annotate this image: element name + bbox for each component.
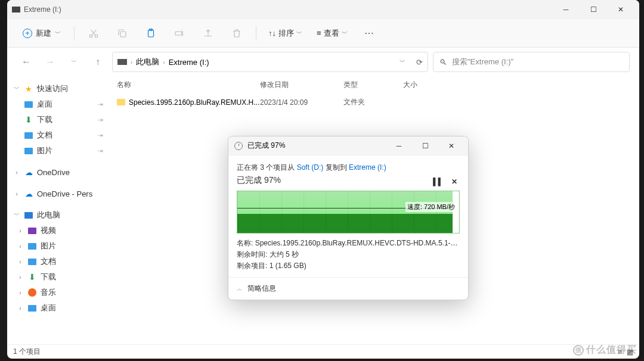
speed-graph: 速度: 720 MB/秒 [237, 191, 460, 234]
delete-button[interactable] [225, 23, 249, 44]
plus-icon: + [23, 29, 32, 38]
breadcrumb-root[interactable]: 此电脑 [136, 57, 159, 67]
sort-button[interactable]: ↑↓ 排序 ﹀ [264, 24, 307, 42]
col-size[interactable]: 大小 [403, 80, 451, 90]
window-title: Extreme (I:) [24, 5, 552, 14]
cut-button[interactable] [82, 23, 106, 44]
music-icon [28, 288, 36, 297]
back-button[interactable]: ← [17, 52, 36, 71]
view-button[interactable]: ≡ 查看 ﹀ [312, 24, 352, 42]
sort-icon: ↑↓ [268, 29, 276, 38]
col-modified[interactable]: 修改日期 [260, 80, 343, 90]
pause-button[interactable]: ▐▐ [431, 178, 441, 186]
copy-button[interactable] [110, 23, 134, 44]
sidebar-downloads2[interactable]: ›⬇下载 [10, 269, 107, 285]
picture-icon [24, 148, 33, 154]
recent-button[interactable]: ﹀ [64, 52, 83, 71]
document-icon [28, 259, 36, 265]
pin-icon: 📌︎ [95, 130, 105, 140]
minimize-button[interactable]: ─ [552, 0, 580, 19]
paste-button[interactable] [139, 23, 163, 44]
source-link[interactable]: Soft (D:) [297, 163, 324, 172]
file-name: Species.1995.2160p.BluRay.REMUX.H... [129, 98, 259, 107]
chevron-down-icon[interactable]: ﹀ [400, 58, 405, 66]
divider [256, 26, 256, 41]
desktop-icon [28, 305, 36, 312]
drive-icon [117, 59, 127, 65]
sidebar-documents2[interactable]: ›文档 [10, 254, 107, 269]
graph-grid [237, 191, 459, 233]
chevron-right-icon: › [131, 59, 132, 66]
sidebar-this-pc[interactable]: ﹀此电脑 [10, 207, 107, 223]
nav-row: ← → ﹀ ↑ › 此电脑 › Extreme (I:) ﹀ ⟳ 🔍︎ 搜索"E… [7, 48, 639, 76]
pc-icon [24, 212, 33, 219]
item-count: 1 个项目 [13, 347, 41, 357]
dest-link[interactable]: Extreme (I:) [349, 163, 386, 172]
sidebar-pictures[interactable]: 图片📌︎ [10, 143, 107, 158]
sidebar: ﹀★快速访问 桌面📌︎ ⬇下载📌︎ 文档📌︎ 图片📌︎ ›☁OneDrive ›… [7, 76, 110, 344]
sidebar-downloads[interactable]: ⬇下载📌︎ [10, 112, 107, 127]
breadcrumb-current[interactable]: Extreme (I:) [169, 58, 209, 67]
watermark: 值什么值得买 [573, 344, 637, 356]
file-date: 2023/1/4 20:09 [260, 98, 343, 107]
refresh-button[interactable]: ⟳ [416, 58, 423, 67]
star-icon: ★ [24, 84, 33, 94]
sidebar-desktop[interactable]: 桌面📌︎ [10, 97, 107, 112]
sidebar-documents[interactable]: 文档📌︎ [10, 127, 107, 143]
progress-text: 已完成 97% [237, 175, 460, 186]
download-icon: ⬇ [24, 115, 33, 125]
new-button[interactable]: + 新建 ﹀ [17, 24, 67, 42]
close-button[interactable]: ✕ [607, 0, 634, 19]
copy-description: 正在将 3 个项目从 Soft (D:) 复制到 Extreme (I:) [237, 163, 460, 173]
chevron-right-icon: › [163, 59, 165, 66]
dialog-footer[interactable]: ︿ 简略信息 [228, 277, 468, 300]
svg-rect-5 [175, 32, 182, 35]
more-button[interactable]: ⋯ [357, 23, 381, 44]
file-row[interactable]: Species.1995.2160p.BluRay.REMUX.H... 202… [110, 94, 639, 111]
desktop-icon [24, 101, 33, 108]
up-button[interactable]: ↑ [88, 52, 107, 71]
view-icon: ≡ [317, 29, 321, 38]
search-placeholder: 搜索"Extreme (I:)" [452, 57, 513, 67]
chevron-up-icon: ︿ [237, 285, 243, 293]
sidebar-onedrive-personal[interactable]: ›☁OneDrive - Pers [10, 186, 107, 201]
forward-button[interactable]: → [41, 52, 60, 71]
detail-time: 剩余时间: 大约 5 秒 [237, 250, 460, 260]
clock-icon [234, 142, 243, 150]
toolbar: + 新建 ﹀ ↑↓ 排序 ﹀ ≡ 查看 ﹀ ⋯ [7, 19, 639, 48]
dialog-titlebar[interactable]: 已完成 97% ─ ☐ ✕ [228, 136, 468, 155]
share-button[interactable] [196, 23, 220, 44]
dialog-close-button[interactable]: ✕ [441, 142, 462, 150]
drive-icon [12, 7, 20, 13]
sidebar-quick-access[interactable]: ﹀★快速访问 [10, 81, 107, 97]
titlebar[interactable]: Extreme (I:) ─ ☐ ✕ [7, 0, 639, 19]
maximize-button[interactable]: ☐ [580, 0, 607, 19]
chevron-down-icon: ﹀ [342, 29, 348, 38]
dialog-maximize-button[interactable]: ☐ [414, 142, 436, 150]
column-headers[interactable]: 名称 修改日期 类型 大小 [110, 76, 639, 94]
col-name[interactable]: 名称 [117, 80, 260, 90]
sidebar-music[interactable]: ›音乐 [10, 285, 107, 300]
folder-icon [117, 99, 125, 105]
cloud-icon: ☁ [24, 167, 33, 177]
search-input[interactable]: 🔍︎ 搜索"Extreme (I:)" [433, 52, 630, 72]
dialog-minimize-button[interactable]: ─ [388, 142, 410, 150]
sidebar-pictures2[interactable]: ›图片 [10, 238, 107, 254]
divider [74, 26, 75, 41]
col-type[interactable]: 类型 [343, 80, 403, 90]
file-type: 文件夹 [343, 97, 403, 107]
video-icon [28, 228, 36, 234]
sidebar-videos[interactable]: ›视频 [10, 223, 107, 238]
sidebar-onedrive[interactable]: ›☁OneDrive [10, 164, 107, 180]
rename-button[interactable] [168, 23, 191, 44]
picture-icon [28, 243, 36, 250]
chevron-down-icon: ﹀ [296, 29, 302, 38]
cloud-icon: ☁ [24, 189, 33, 198]
watermark-logo-icon: 值 [573, 345, 584, 356]
brief-info-toggle: 简略信息 [247, 284, 276, 294]
svg-rect-2 [120, 32, 126, 37]
cancel-button[interactable]: ✕ [451, 178, 457, 186]
sidebar-desktop2[interactable]: ›桌面 [10, 300, 107, 316]
address-bar[interactable]: › 此电脑 › Extreme (I:) ﹀ ⟳ [112, 52, 428, 72]
pin-icon: 📌︎ [95, 115, 105, 125]
